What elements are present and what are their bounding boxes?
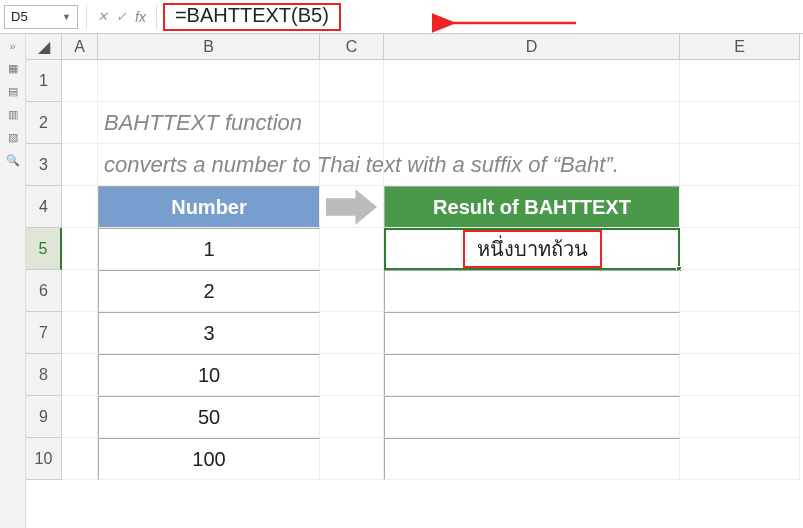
row-header[interactable]: 5 bbox=[26, 228, 62, 270]
cell[interactable] bbox=[320, 396, 384, 438]
col-header-E[interactable]: E bbox=[680, 34, 800, 60]
cell[interactable] bbox=[320, 270, 384, 312]
cell[interactable] bbox=[320, 438, 384, 480]
row-header[interactable]: 3 bbox=[26, 144, 62, 186]
row-header[interactable]: 4 bbox=[26, 186, 62, 228]
cell[interactable] bbox=[62, 438, 98, 480]
cell[interactable] bbox=[62, 60, 98, 102]
cell[interactable] bbox=[680, 186, 800, 228]
cell[interactable] bbox=[680, 144, 800, 186]
number-cell[interactable]: 50 bbox=[98, 396, 320, 438]
cell[interactable] bbox=[320, 312, 384, 354]
cell[interactable] bbox=[680, 270, 800, 312]
cell[interactable] bbox=[384, 60, 680, 102]
cell[interactable] bbox=[680, 102, 800, 144]
vertical-toolbar: » ▦ ▤ ▥ ▧ 🔍 bbox=[0, 34, 26, 528]
cell[interactable]: BAHTTEXT function bbox=[98, 102, 320, 144]
description-line1: BAHTTEXT function bbox=[104, 110, 302, 136]
fx-icon[interactable]: fx bbox=[135, 9, 146, 25]
cell[interactable] bbox=[384, 102, 680, 144]
row-header[interactable]: 6 bbox=[26, 270, 62, 312]
formula-bar-controls: ✕ ✓ fx bbox=[86, 5, 157, 29]
cell[interactable] bbox=[62, 396, 98, 438]
cancel-icon[interactable]: ✕ bbox=[97, 9, 108, 24]
cell[interactable] bbox=[98, 60, 320, 102]
cell[interactable] bbox=[320, 144, 384, 186]
number-cell[interactable]: 1 bbox=[98, 228, 320, 270]
number-cell[interactable]: 10 bbox=[98, 354, 320, 396]
cell[interactable] bbox=[320, 60, 384, 102]
formula-text: =BAHTTEXT(B5) bbox=[163, 3, 341, 31]
name-box-value: D5 bbox=[11, 9, 28, 24]
select-all-corner[interactable]: ◢ bbox=[26, 34, 62, 60]
result-cell[interactable] bbox=[384, 438, 680, 480]
svg-marker-2 bbox=[326, 189, 377, 224]
cell[interactable] bbox=[320, 228, 384, 270]
cell[interactable] bbox=[62, 228, 98, 270]
cell[interactable] bbox=[680, 396, 800, 438]
cell[interactable] bbox=[62, 312, 98, 354]
cell[interactable] bbox=[680, 60, 800, 102]
number-cell[interactable]: 3 bbox=[98, 312, 320, 354]
tool-icon-2[interactable]: ▤ bbox=[8, 85, 18, 98]
chevron-down-icon[interactable]: ▼ bbox=[62, 12, 71, 22]
binoculars-icon[interactable]: 🔍 bbox=[6, 154, 20, 167]
cell[interactable]: converts a number to Thai text with a su… bbox=[98, 144, 320, 186]
tool-icon-1[interactable]: ▦ bbox=[8, 62, 18, 75]
result-value: หนึ่งบาทถ้วน bbox=[463, 230, 602, 268]
result-cell[interactable] bbox=[384, 312, 680, 354]
cell[interactable] bbox=[384, 144, 680, 186]
result-cell-selected[interactable]: หนึ่งบาทถ้วน bbox=[384, 228, 680, 270]
cell[interactable] bbox=[320, 102, 384, 144]
result-cell[interactable] bbox=[384, 354, 680, 396]
name-box[interactable]: D5 ▼ bbox=[4, 5, 78, 29]
row-header[interactable]: 9 bbox=[26, 396, 62, 438]
row-header[interactable]: 2 bbox=[26, 102, 62, 144]
tool-icon-3[interactable]: ▥ bbox=[8, 108, 18, 121]
result-cell[interactable] bbox=[384, 396, 680, 438]
row-header[interactable]: 8 bbox=[26, 354, 62, 396]
cell[interactable] bbox=[320, 354, 384, 396]
formula-input[interactable]: =BAHTTEXT(B5) bbox=[157, 5, 799, 29]
cell[interactable] bbox=[62, 354, 98, 396]
cell[interactable] bbox=[62, 186, 98, 228]
number-cell[interactable]: 2 bbox=[98, 270, 320, 312]
spreadsheet-grid[interactable]: ◢ A B C D E 1 2 BAHTTEXT function 3 conv… bbox=[26, 34, 803, 528]
row-header[interactable]: 7 bbox=[26, 312, 62, 354]
cell[interactable] bbox=[62, 144, 98, 186]
col-header-B[interactable]: B bbox=[98, 34, 320, 60]
workbook-area: » ▦ ▤ ▥ ▧ 🔍 ◢ A B C D E 1 2 BAHTTEXT fun… bbox=[0, 34, 803, 528]
col-header-A[interactable]: A bbox=[62, 34, 98, 60]
row-header[interactable]: 10 bbox=[26, 438, 62, 480]
result-column-header[interactable]: Result of BAHTTEXT bbox=[384, 186, 680, 228]
enter-icon[interactable]: ✓ bbox=[116, 9, 127, 24]
tool-icon-4[interactable]: ▧ bbox=[8, 131, 18, 144]
cell[interactable] bbox=[62, 102, 98, 144]
cell[interactable] bbox=[680, 438, 800, 480]
cell[interactable] bbox=[680, 228, 800, 270]
formula-bar: D5 ▼ ✕ ✓ fx =BAHTTEXT(B5) bbox=[0, 0, 803, 34]
row-header[interactable]: 1 bbox=[26, 60, 62, 102]
col-header-D[interactable]: D bbox=[384, 34, 680, 60]
number-cell[interactable]: 100 bbox=[98, 438, 320, 480]
number-column-header[interactable]: Number bbox=[98, 186, 320, 228]
cell[interactable] bbox=[680, 354, 800, 396]
expand-icon[interactable]: » bbox=[9, 40, 15, 52]
col-header-C[interactable]: C bbox=[320, 34, 384, 60]
cell[interactable] bbox=[680, 312, 800, 354]
result-cell[interactable] bbox=[384, 270, 680, 312]
arrow-icon bbox=[320, 186, 384, 228]
cell[interactable] bbox=[62, 270, 98, 312]
